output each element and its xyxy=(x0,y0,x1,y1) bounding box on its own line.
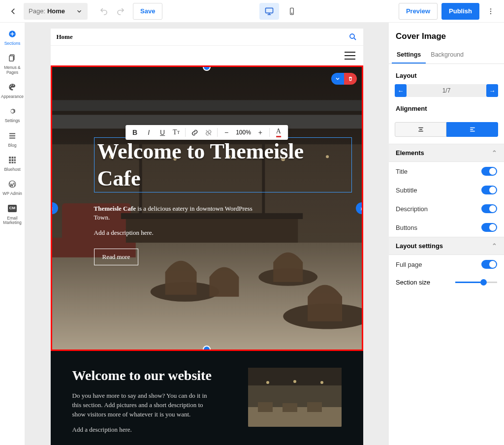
rail-label: Menus & Pages xyxy=(0,65,25,75)
bold-button[interactable]: B xyxy=(128,127,141,138)
tab-background[interactable]: Background xyxy=(426,46,469,64)
hero-content: Welcome to Themeisle Cafe Themeisle Cafe… xyxy=(94,137,352,265)
rail-label: Sections xyxy=(4,41,21,46)
more-menu-button[interactable] xyxy=(482,3,499,20)
hamburger-icon[interactable] xyxy=(345,52,355,60)
toggle-title[interactable] xyxy=(481,167,497,176)
elements-accordion[interactable]: Elements ⌃ xyxy=(389,144,504,162)
panel-title: Cover Image xyxy=(389,23,504,46)
rail-bluehost[interactable]: Bluehost xyxy=(0,155,25,172)
increase-size-button[interactable]: + xyxy=(254,127,267,138)
text-color-button[interactable]: A xyxy=(272,127,285,138)
delete-block-button[interactable] xyxy=(344,73,357,85)
hero-subtitle[interactable]: Themeisle Cafe is a delicious eatery in … xyxy=(94,204,266,222)
align-left-button[interactable] xyxy=(446,122,498,137)
bluehost-icon xyxy=(7,155,18,165)
svg-rect-20 xyxy=(14,162,16,163)
blog-icon xyxy=(7,130,18,141)
text-style-button[interactable]: TT xyxy=(170,127,183,138)
section2-title[interactable]: Welcome to our website xyxy=(72,368,238,383)
desktop-view-button[interactable] xyxy=(259,3,279,20)
page-canvas[interactable]: Home xyxy=(51,29,363,439)
page-selector-label: Page: xyxy=(29,7,45,15)
svg-point-49 xyxy=(293,380,296,383)
site-title: Home xyxy=(57,33,73,41)
toggle-label: Full page xyxy=(396,261,481,268)
rail-blog[interactable]: Blog xyxy=(0,130,25,148)
rail-label: WP Admin xyxy=(2,191,22,196)
publish-button[interactable]: Publish xyxy=(441,3,479,20)
section-size-label: Section size xyxy=(396,279,455,286)
undo-button[interactable] xyxy=(95,3,112,20)
alignment-label: Alignment xyxy=(389,97,504,117)
svg-point-9 xyxy=(10,86,11,87)
decrease-size-button[interactable]: − xyxy=(220,127,233,138)
toggle-subtitle-row: Subtitle xyxy=(389,181,504,199)
section2-image[interactable] xyxy=(248,368,342,427)
section2-p2[interactable]: Add a description here. xyxy=(72,425,210,435)
svg-rect-18 xyxy=(9,162,11,163)
italic-button[interactable]: I xyxy=(142,127,155,138)
hero-title[interactable]: Welcome to Themeisle Cafe xyxy=(94,137,352,192)
toggle-buttons[interactable] xyxy=(481,223,497,232)
underline-button[interactable]: U xyxy=(156,127,169,138)
layout-value: 1/7 xyxy=(407,84,486,97)
svg-rect-47 xyxy=(307,402,322,412)
tab-settings[interactable]: Settings xyxy=(392,46,426,64)
rail-label: Bluehost xyxy=(4,167,20,172)
page-selector[interactable]: Page: Home xyxy=(24,3,88,20)
block-toolbar xyxy=(331,73,357,85)
layout-label: Layout xyxy=(389,64,504,84)
hero-cover-section[interactable]: ‹ › B I U TT − 100% + xyxy=(51,65,363,351)
panel-tabs: Settings Background xyxy=(389,46,504,64)
hero-readmore-button[interactable]: Read more xyxy=(94,249,139,265)
layoutsettings-label: Layout settings xyxy=(396,242,492,250)
rail-sections[interactable]: Sections xyxy=(0,29,25,46)
preview-button[interactable]: Preview xyxy=(399,3,438,20)
rail-email[interactable]: CM Email Marketing xyxy=(0,203,25,225)
mobile-view-button[interactable] xyxy=(282,3,302,20)
layout-next-button[interactable]: → xyxy=(486,84,498,97)
unlink-button[interactable] xyxy=(202,127,215,138)
toggle-subtitle[interactable] xyxy=(481,186,497,194)
section-size-slider[interactable] xyxy=(455,282,497,283)
align-center-button[interactable] xyxy=(395,122,446,137)
layout-stepper: ← 1/7 → xyxy=(389,84,504,97)
welcome-section[interactable]: Welcome to our website Do you have more … xyxy=(51,351,363,445)
toggle-label: Buttons xyxy=(396,224,481,231)
properties-panel: Cover Image Settings Background Layout ←… xyxy=(388,23,504,445)
layout-prev-button[interactable]: ← xyxy=(395,84,407,97)
canvas-nav xyxy=(51,46,363,65)
svg-rect-15 xyxy=(9,159,11,161)
elements-label: Elements xyxy=(396,149,492,157)
font-size-value: 100% xyxy=(234,129,253,136)
save-button[interactable]: Save xyxy=(133,3,162,20)
search-icon[interactable] xyxy=(348,32,357,41)
rail-settings[interactable]: Settings xyxy=(0,106,25,123)
wpadmin-icon xyxy=(7,179,18,190)
svg-rect-45 xyxy=(258,402,273,412)
redo-button[interactable] xyxy=(112,3,129,20)
toggle-fullpage[interactable] xyxy=(481,260,497,269)
toggle-description[interactable] xyxy=(481,204,497,213)
back-button[interactable] xyxy=(5,3,22,20)
hero-description[interactable]: Add a description here. xyxy=(94,229,352,237)
rail-appearance[interactable]: Appearance xyxy=(0,82,25,99)
rail-label: Blog xyxy=(8,143,16,148)
toggle-title-row: Title xyxy=(389,162,504,181)
rail-wpadmin[interactable]: WP Admin xyxy=(0,179,25,196)
svg-point-22 xyxy=(350,34,354,38)
svg-rect-16 xyxy=(12,159,14,161)
chevron-up-icon: ⌃ xyxy=(492,149,497,157)
section2-p1[interactable]: Do you have more to say and show? You ca… xyxy=(72,391,210,419)
layoutsettings-accordion[interactable]: Layout settings ⌃ xyxy=(389,237,504,255)
collapse-block-button[interactable] xyxy=(331,73,344,85)
svg-point-48 xyxy=(266,381,269,384)
link-button[interactable] xyxy=(188,127,201,138)
canvas-area: Home xyxy=(25,23,388,445)
resize-handle-bottom[interactable] xyxy=(203,346,211,351)
svg-point-4 xyxy=(490,10,491,11)
rail-menus[interactable]: Menus & Pages xyxy=(0,53,25,75)
rail-label: Email Marketing xyxy=(0,216,25,225)
svg-rect-19 xyxy=(12,162,14,163)
